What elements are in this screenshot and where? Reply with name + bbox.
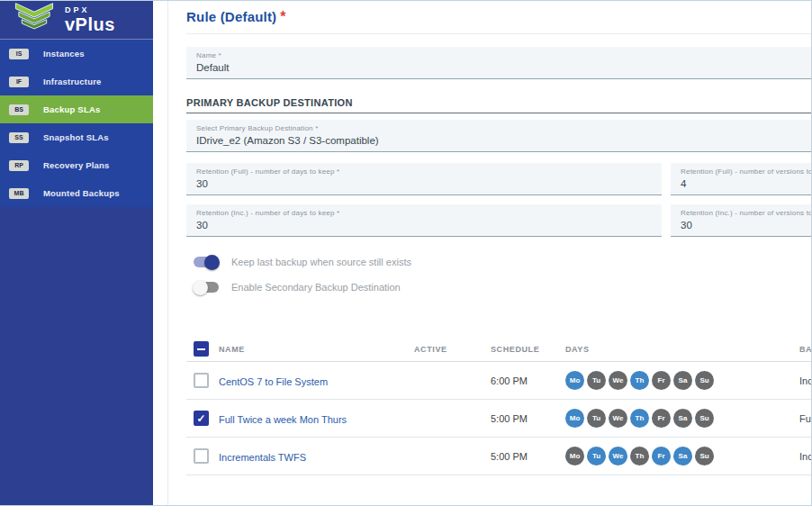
day-chip-we: We bbox=[609, 371, 627, 390]
day-chip-sa: Sa bbox=[673, 447, 692, 465]
toggle-knob bbox=[193, 280, 208, 295]
primary-destination-label: Select Primary Backup Destination * bbox=[196, 124, 811, 132]
name-field-label: Name * bbox=[196, 51, 811, 59]
retention-full-days-label: Retention (Full) - number of days to kee… bbox=[196, 167, 662, 176]
sidebar-nav: DashboardVirtual EnvironmentsISInstances… bbox=[0, 40, 153, 207]
day-chip-th: Th bbox=[630, 371, 649, 390]
day-chip-su: Su bbox=[695, 447, 714, 465]
toggle-enable-secondary-backup-destination[interactable] bbox=[193, 280, 220, 295]
sidebar-badge-mb: MB bbox=[9, 188, 29, 199]
app-window: DPX vPlus DashboardVirtual EnvironmentsI… bbox=[0, 0, 812, 506]
retention-full-days-field[interactable]: Retention (Full) - number of days to kee… bbox=[186, 163, 662, 195]
day-chip-sa: Sa bbox=[673, 409, 692, 428]
toggle-list: Keep last backup when source still exist… bbox=[186, 253, 811, 296]
row-checkbox[interactable] bbox=[194, 448, 209, 464]
sidebar-item-infrastructure[interactable]: IFInfrastructure bbox=[0, 68, 153, 95]
retention-inc-days-value: 30 bbox=[196, 220, 662, 230]
schedule-name-link[interactable]: CentOS 7 to File System bbox=[219, 376, 328, 387]
primary-destination-select[interactable]: Select Primary Backup Destination * IDri… bbox=[186, 120, 811, 152]
retention-full-versions-field[interactable]: Retention (Full) - number of versions to… bbox=[671, 163, 811, 195]
logo: DPX vPlus bbox=[0, 1, 153, 40]
table-header-row: NAMEACTIVESCHEDULEDAYSBA bbox=[186, 337, 811, 362]
sidebar-item-recovery-plans[interactable]: RPRecovery Plans bbox=[0, 151, 153, 179]
days-chips: MoTuWeThFrSaSu bbox=[565, 371, 799, 390]
schedule-time: 5:00 PM bbox=[491, 413, 565, 424]
vplus-chevron-logo-icon bbox=[13, 2, 56, 38]
select-all-checkbox[interactable] bbox=[194, 341, 209, 357]
sidebar-badge-bs: BS bbox=[9, 104, 29, 115]
sidebar-badge-if: IF bbox=[9, 77, 29, 87]
retention-fields: Retention (Full) - number of days to kee… bbox=[186, 163, 811, 237]
sidebar: DPX vPlus DashboardVirtual EnvironmentsI… bbox=[0, 1, 153, 505]
main-content: Rule (Default)* Name * Default PRIMARY B… bbox=[153, 1, 811, 505]
day-chip-we: We bbox=[609, 409, 627, 428]
sidebar-badge-rp: RP bbox=[9, 160, 29, 171]
retention-full-versions-label: Retention (Full) - number of versions to… bbox=[681, 167, 811, 176]
schedule-time: 5:00 PM bbox=[491, 451, 565, 462]
retention-inc-days-field[interactable]: Retention (Inc.) - number of days to kee… bbox=[186, 204, 662, 237]
toggle-label: Enable Secondary Backup Destination bbox=[231, 282, 401, 293]
column-header-active: ACTIVE bbox=[414, 345, 491, 354]
sidebar-item-label: Infrastructure bbox=[43, 77, 102, 86]
sidebar-item-snapshot-slas[interactable]: SSSnapshot SLAs bbox=[0, 123, 153, 151]
sidebar-badge-ss: SS bbox=[9, 132, 29, 143]
toggle-label: Keep last backup when source still exist… bbox=[231, 257, 411, 267]
table-row-full-twice-a-week-mon-thurs: Full Twice a week Mon Thurs5:00 PMMoTuWe… bbox=[186, 400, 811, 438]
sidebar-item-instances[interactable]: ISInstances bbox=[0, 40, 153, 68]
day-chip-fr: Fr bbox=[652, 447, 671, 465]
column-header-days: DAYS bbox=[565, 345, 799, 354]
day-chip-sa: Sa bbox=[673, 371, 692, 390]
schedule-name-link[interactable]: Incrementals TWFS bbox=[219, 452, 306, 463]
day-chip-su: Su bbox=[695, 409, 714, 428]
page-title-row: Rule (Default)* bbox=[186, 1, 811, 34]
table-row-incrementals-twfs: Incrementals TWFS5:00 PMMoTuWeThFrSaSuIn… bbox=[186, 438, 811, 475]
schedules-table: NAMEACTIVESCHEDULEDAYSBACentOS 7 to File… bbox=[186, 337, 811, 475]
sidebar-item-label: Instances bbox=[43, 49, 85, 59]
sidebar-item-label: Recovery Plans bbox=[43, 160, 110, 170]
required-asterisk: * bbox=[280, 9, 285, 24]
day-chip-fr: Fr bbox=[652, 371, 671, 390]
column-header-schedule: SCHEDULE bbox=[491, 345, 565, 354]
column-header-ba: BA bbox=[799, 345, 811, 354]
retention-inc-versions-label: Retention (Inc.) - number of versions to… bbox=[681, 209, 811, 217]
toggle-knob bbox=[204, 255, 220, 270]
day-chip-tu: Tu bbox=[587, 409, 606, 428]
day-chip-th: Th bbox=[630, 409, 649, 428]
page-title: Rule (Default) bbox=[186, 9, 276, 24]
retention-inc-versions-value: 30 bbox=[681, 220, 811, 230]
sidebar-item-mounted-backups[interactable]: MBMounted Backups bbox=[0, 179, 153, 207]
column-header-name: NAME bbox=[219, 345, 414, 354]
day-chip-mo: Mo bbox=[565, 371, 584, 390]
schedule-time: 6:00 PM bbox=[491, 375, 565, 386]
backup-type-cell: Inc bbox=[799, 451, 811, 462]
row-checkbox[interactable] bbox=[194, 373, 209, 388]
retention-full-days-value: 30 bbox=[196, 178, 662, 189]
day-chip-we: We bbox=[609, 447, 627, 465]
toggle-keep-last-backup-when-source-still-exists[interactable] bbox=[193, 255, 220, 270]
row-checkbox[interactable] bbox=[194, 411, 209, 426]
day-chip-fr: Fr bbox=[652, 409, 671, 428]
logo-dpx: DPX bbox=[65, 6, 115, 14]
schedule-name-link[interactable]: Full Twice a week Mon Thurs bbox=[219, 414, 347, 425]
day-chip-tu: Tu bbox=[587, 447, 606, 465]
days-chips: MoTuWeThFrSaSu bbox=[565, 447, 799, 465]
name-field[interactable]: Name * Default bbox=[186, 47, 811, 79]
day-chip-tu: Tu bbox=[587, 371, 606, 390]
main-content-inner: Rule (Default)* Name * Default PRIMARY B… bbox=[167, 1, 811, 505]
day-chip-th: Th bbox=[630, 447, 649, 465]
primary-backup-destination-heading: PRIMARY BACKUP DESTINATION bbox=[186, 97, 811, 113]
days-chips: MoTuWeThFrSaSu bbox=[565, 409, 799, 428]
sidebar-badge-is: IS bbox=[9, 49, 29, 59]
backup-type-cell: Fu bbox=[799, 413, 811, 424]
logo-text: DPX vPlus bbox=[65, 6, 115, 33]
table-row-centos-7-to-file-system: CentOS 7 to File System6:00 PMMoTuWeThFr… bbox=[186, 362, 811, 400]
logo-vplus: vPlus bbox=[65, 15, 115, 33]
primary-destination-value: IDrive_e2 (Amazon S3 / S3-compatible) bbox=[196, 135, 811, 146]
sidebar-item-label: Snapshot SLAs bbox=[43, 132, 109, 142]
retention-full-versions-value: 4 bbox=[681, 178, 811, 189]
toggle-row-enable-secondary-backup-destination: Enable Secondary Backup Destination bbox=[186, 278, 811, 296]
sidebar-item-backup-slas[interactable]: BSBackup SLAs bbox=[0, 95, 153, 123]
sidebar-item-label: Backup SLAs bbox=[43, 104, 100, 114]
retention-inc-versions-field[interactable]: Retention (Inc.) - number of versions to… bbox=[671, 204, 811, 237]
day-chip-mo: Mo bbox=[565, 447, 584, 465]
